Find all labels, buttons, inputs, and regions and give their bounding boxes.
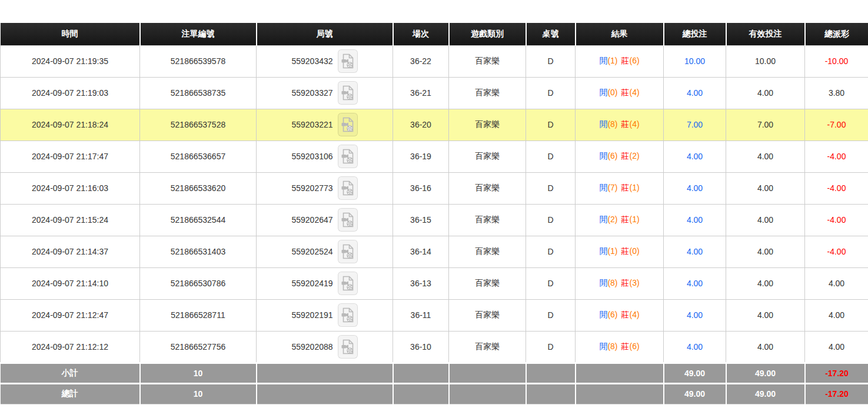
video-replay-button[interactable] — [338, 145, 358, 168]
banker-result-score: (2) — [630, 151, 640, 160]
video-replay-button[interactable] — [338, 49, 358, 73]
bet-id-cell: 521866530786 — [140, 267, 257, 299]
round-number: 559203327 — [291, 88, 332, 98]
bet-id-cell: 521866527756 — [140, 331, 257, 363]
video-file-icon — [341, 307, 355, 323]
grand-total-empty-game — [449, 383, 526, 404]
video-replay-button[interactable] — [338, 335, 358, 359]
result-cell: 閒(6)莊(4) — [576, 299, 664, 331]
total-bet-link[interactable]: 4.00 — [687, 247, 703, 256]
valid-bet-cell: 4.00 — [726, 299, 805, 331]
payout-cell: -4.00 — [805, 236, 868, 267]
session-cell: 36-22 — [393, 45, 449, 77]
table-body: 2024-09-07 21:19:35 521866539578 5592034… — [1, 45, 868, 363]
round-cell: 559202524 — [257, 236, 393, 267]
video-replay-button[interactable] — [338, 240, 358, 263]
player-result-label: 閒 — [599, 278, 607, 287]
video-replay-button[interactable] — [338, 176, 358, 200]
video-replay-button[interactable] — [338, 208, 358, 232]
time-cell: 2024-09-07 21:15:24 — [1, 204, 140, 236]
result-cell: 閒(8)莊(6) — [576, 331, 664, 363]
col-header-session: 場次 — [393, 23, 449, 45]
valid-bet-cell: 4.00 — [726, 140, 805, 172]
total-bet-cell: 4.00 — [664, 299, 726, 331]
session-cell: 36-20 — [393, 109, 449, 140]
total-bet-cell: 4.00 — [664, 77, 726, 109]
bet-records-table: 時間 注單編號 局號 場次 遊戲類別 桌號 結果 總投注 有效投注 總派彩 20… — [0, 23, 868, 404]
valid-bet-cell: 4.00 — [726, 204, 805, 236]
banker-result-score: (0) — [630, 246, 640, 256]
video-file-icon — [341, 85, 355, 101]
total-bet-link[interactable]: 4.00 — [687, 310, 703, 320]
grand-total-total-bet: 49.00 — [664, 383, 726, 404]
banker-result-label: 莊 — [621, 342, 630, 351]
video-replay-button[interactable] — [338, 113, 358, 136]
table-number-cell: D — [526, 267, 576, 299]
table-row: 2024-09-07 21:16:03 521866533620 5592027… — [1, 172, 868, 204]
subtotal-total-bet: 49.00 — [664, 363, 726, 383]
total-bet-link[interactable]: 10.00 — [684, 56, 705, 66]
subtotal-count: 10 — [140, 363, 257, 383]
game-type-cell: 百家樂 — [449, 267, 526, 299]
bet-id-cell: 521866538735 — [140, 77, 257, 109]
session-cell: 36-13 — [393, 267, 449, 299]
video-replay-button[interactable] — [338, 81, 358, 105]
game-type-cell: 百家樂 — [449, 45, 526, 77]
player-result-label: 閒 — [599, 246, 607, 256]
game-type-cell: 百家樂 — [449, 109, 526, 140]
table-number-cell: D — [526, 331, 576, 363]
total-bet-link[interactable]: 7.00 — [687, 120, 703, 129]
grand-total-label: 總計 — [1, 383, 140, 404]
payout-cell: -4.00 — [805, 172, 868, 204]
time-cell: 2024-09-07 21:14:10 — [1, 267, 140, 299]
total-bet-link[interactable]: 4.00 — [687, 183, 703, 193]
col-header-valid-bet: 有效投注 — [726, 23, 805, 45]
subtotal-label: 小計 — [1, 363, 140, 383]
valid-bet-cell: 4.00 — [726, 236, 805, 267]
bet-id-cell: 521866533620 — [140, 172, 257, 204]
banker-result-label: 莊 — [621, 151, 630, 160]
valid-bet-cell: 4.00 — [726, 267, 805, 299]
banker-result-score: (1) — [630, 183, 640, 192]
player-result-score: (6) — [607, 151, 617, 160]
total-bet-link[interactable]: 4.00 — [687, 88, 703, 98]
player-result-score: (1) — [607, 56, 617, 65]
game-type-cell: 百家樂 — [449, 299, 526, 331]
player-result-label: 閒 — [599, 183, 607, 192]
table-footer: 小計 10 49.00 49.00 -17.20 總計 10 49.00 49.… — [1, 363, 868, 404]
video-replay-button[interactable] — [338, 303, 358, 327]
session-cell: 36-14 — [393, 236, 449, 267]
result-cell: 閒(8)莊(3) — [576, 267, 664, 299]
player-result-score: (7) — [607, 183, 617, 192]
col-header-result: 結果 — [576, 23, 664, 45]
table-number-cell: D — [526, 299, 576, 331]
subtotal-valid-bet: 49.00 — [726, 363, 805, 383]
total-bet-link[interactable]: 4.00 — [687, 215, 703, 225]
total-bet-link[interactable]: 4.00 — [687, 342, 703, 352]
player-result-label: 閒 — [599, 151, 607, 160]
col-header-bet-id: 注單編號 — [140, 23, 257, 45]
bet-id-cell: 521866537528 — [140, 109, 257, 140]
table-row: 2024-09-07 21:17:47 521866536657 5592031… — [1, 140, 868, 172]
col-header-payout: 總派彩 — [805, 23, 868, 45]
video-replay-button[interactable] — [338, 272, 358, 295]
payout-cell: 4.00 — [805, 331, 868, 363]
time-cell: 2024-09-07 21:18:24 — [1, 109, 140, 140]
table-row: 2024-09-07 21:14:10 521866530786 5592024… — [1, 267, 868, 299]
game-type-cell: 百家樂 — [449, 140, 526, 172]
round-cell: 559203432 — [257, 45, 393, 77]
valid-bet-cell: 4.00 — [726, 172, 805, 204]
total-bet-cell: 4.00 — [664, 204, 726, 236]
total-bet-link[interactable]: 4.00 — [687, 279, 703, 288]
table-row: 2024-09-07 21:15:24 521866532544 5592026… — [1, 204, 868, 236]
banker-result-score: (4) — [630, 310, 640, 319]
bet-id-cell: 521866531403 — [140, 236, 257, 267]
round-cell: 559203106 — [257, 140, 393, 172]
total-bet-cell: 4.00 — [664, 236, 726, 267]
round-number: 559202088 — [291, 342, 332, 352]
total-bet-link[interactable]: 4.00 — [687, 152, 703, 161]
grand-total-empty-table — [526, 383, 576, 404]
session-cell: 36-10 — [393, 331, 449, 363]
player-result-label: 閒 — [599, 119, 607, 129]
total-bet-cell: 4.00 — [664, 172, 726, 204]
